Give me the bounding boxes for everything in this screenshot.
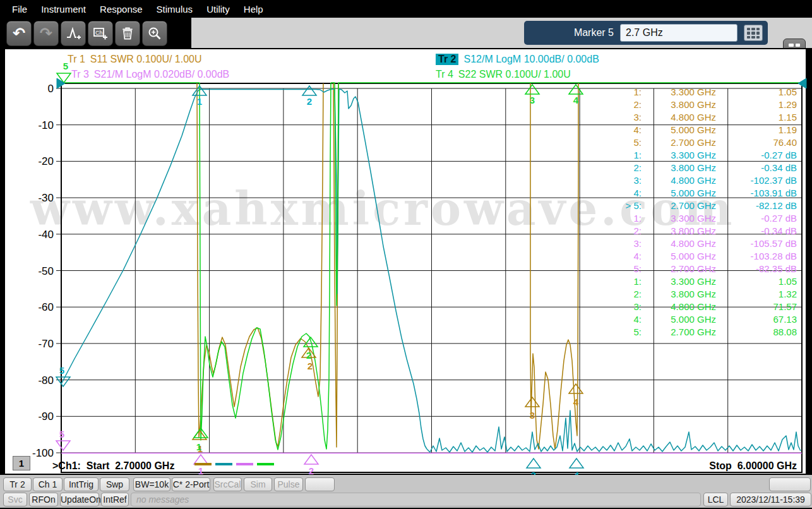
status-pulse: Pulse bbox=[274, 477, 303, 491]
marker-value: -103.28 dB bbox=[716, 250, 797, 263]
marker-number: > 5: bbox=[600, 200, 642, 212]
marker-frequency: 5.000 GHz bbox=[642, 313, 716, 326]
marker-frequency: 3.800 GHz bbox=[642, 225, 716, 237]
sweep-start-label: >Ch1: Start 2.70000 GHz bbox=[52, 460, 174, 472]
marker-row: 5:2.700 GHz88.08 bbox=[600, 326, 797, 338]
trace-label-row-3: Tr 3S21/M LogM 0.020dB/ 0.00dB bbox=[71, 69, 229, 80]
marker-number: 4: bbox=[600, 124, 642, 136]
marker-row: 3:4.800 GHz-105.57 dB bbox=[600, 237, 797, 250]
status-bar: Tr 2Ch 1IntTrigSwpBW=10kC* 2-PortSrcCalS… bbox=[0, 475, 812, 508]
legend-dash-green bbox=[257, 463, 274, 465]
marker-row: 2:3.800 GHz1.32 bbox=[600, 288, 797, 301]
marker-number: 2: bbox=[600, 225, 642, 237]
marker-value: 71.57 bbox=[716, 301, 797, 313]
status-ch-1[interactable]: Ch 1 bbox=[33, 477, 63, 491]
marker-frequency: 3.800 GHz bbox=[642, 99, 716, 111]
menu-help[interactable]: Help bbox=[238, 3, 269, 16]
trace-id-4[interactable]: Tr 4 bbox=[436, 69, 453, 80]
marker-value: 88.08 bbox=[716, 326, 797, 338]
marker-value: -0.27 dB bbox=[716, 212, 797, 225]
marker-value: 1.29 bbox=[716, 99, 797, 111]
status-rfon[interactable]: RFOn bbox=[29, 493, 58, 506]
marker-frequency: 2.700 GHz bbox=[642, 263, 716, 275]
status-swp[interactable]: Swp bbox=[100, 477, 129, 491]
marker-row: 3:4.800 GHz1.15 bbox=[600, 111, 797, 124]
status-tr-2[interactable]: Tr 2 bbox=[3, 477, 32, 491]
status-intref[interactable]: IntRef bbox=[101, 493, 129, 506]
marker-row: 2:3.800 GHz-0.34 dB bbox=[600, 225, 797, 237]
status-lcl[interactable]: LCL bbox=[703, 493, 728, 506]
marker-row: > 5:2.700 GHz-82.12 dB bbox=[600, 200, 797, 212]
trace-id-3[interactable]: Tr 3 bbox=[71, 69, 89, 80]
zoom-in-button[interactable] bbox=[142, 21, 167, 46]
trace-label-row-2: Tr 2S12/M LogM 10.00dB/ 0.00dB bbox=[436, 54, 599, 65]
marker-row: 1:3.300 GHz-0.27 dB bbox=[600, 149, 797, 162]
marker-label: Marker 5 bbox=[574, 27, 614, 39]
marker-row: 4:5.000 GHz-103.28 dB bbox=[600, 250, 797, 263]
menu-response[interactable]: Response bbox=[94, 3, 148, 16]
marker-value: 1.19 bbox=[716, 124, 797, 136]
marker-number: 5: bbox=[600, 263, 642, 275]
marker-value: 1.15 bbox=[716, 111, 797, 124]
keypad-icon[interactable] bbox=[744, 25, 763, 41]
marker-frequency: 4.800 GHz bbox=[642, 301, 716, 313]
marker-number: 1: bbox=[600, 149, 642, 162]
marker-number: 3: bbox=[600, 237, 642, 250]
trace-params-3: S21/M LogM 0.020dB/ 0.00dB bbox=[94, 69, 229, 80]
menu-instrument[interactable]: Instrument bbox=[35, 3, 92, 16]
marker-frequency: 3.300 GHz bbox=[642, 86, 716, 99]
marker-number: 5: bbox=[600, 326, 642, 338]
marker-number: 4: bbox=[600, 250, 642, 263]
marker-row: 3:4.800 GHz71.57 bbox=[600, 301, 797, 313]
marker-value: 1.05 bbox=[716, 86, 797, 99]
marker-frequency: 4.800 GHz bbox=[642, 111, 716, 124]
marker-value: -0.34 dB bbox=[716, 225, 797, 237]
trace-label-row-1: Tr 1S11 SWR 0.100U/ 1.00U bbox=[68, 54, 202, 65]
status-inttrig[interactable]: IntTrig bbox=[64, 477, 99, 491]
marker-frequency: 2.700 GHz bbox=[642, 326, 716, 338]
marker-row: 2:3.800 GHz-0.34 dB bbox=[600, 162, 797, 174]
marker-row: 1:3.300 GHz1.05 bbox=[600, 275, 797, 288]
marker-number: 1: bbox=[600, 212, 642, 225]
status-updateon[interactable]: UpdateOn bbox=[60, 493, 99, 506]
marker-frequency: 5.000 GHz bbox=[642, 124, 716, 136]
marker-frequency: 3.800 GHz bbox=[642, 288, 716, 301]
menu-bar: FileInstrumentResponseStimulusUtilityHel… bbox=[0, 0, 812, 18]
menu-file[interactable]: File bbox=[6, 3, 33, 16]
status-bw-10k[interactable]: BW=10k bbox=[133, 477, 170, 491]
status-2023-12-11-15-39[interactable]: 2023/12/11-15:39 bbox=[730, 493, 811, 506]
status-c-2-port[interactable]: C* 2-Port bbox=[172, 477, 210, 491]
menu-stimulus[interactable]: Stimulus bbox=[151, 3, 199, 16]
trace-params-4: S22 SWR 0.100U/ 1.00U bbox=[458, 69, 571, 80]
status-blank bbox=[305, 477, 335, 491]
channel-badge: 1 bbox=[13, 456, 30, 470]
add-peak-button[interactable] bbox=[61, 21, 86, 46]
marker-frequency-input[interactable] bbox=[620, 24, 737, 42]
trace-id-1[interactable]: Tr 1 bbox=[68, 54, 85, 64]
marker-value: 76.40 bbox=[716, 136, 797, 149]
svg-text:Ch: Ch bbox=[95, 30, 103, 36]
marker-row: 1:3.300 GHz1.05 bbox=[600, 86, 797, 99]
marker-number: 5: bbox=[600, 136, 642, 149]
add-channel-button[interactable]: Ch bbox=[88, 21, 113, 46]
undo-button[interactable]: ↶ bbox=[6, 21, 32, 46]
marker-value: -0.27 dB bbox=[716, 149, 797, 162]
trace-id-2[interactable]: Tr 2 bbox=[436, 54, 458, 65]
delete-button[interactable] bbox=[115, 21, 140, 46]
marker-value: -82.12 dB bbox=[716, 200, 797, 212]
sweep-stop-label: Stop 6.00000 GHz bbox=[709, 460, 797, 472]
trace-params-1: S11 SWR 0.100U/ 1.00U bbox=[90, 54, 202, 64]
marker-frequency: 4.800 GHz bbox=[642, 174, 716, 187]
marker-number: 2: bbox=[600, 288, 642, 301]
marker-value: 1.05 bbox=[716, 275, 797, 288]
marker-number: 3: bbox=[600, 111, 642, 124]
marker-row: 5:2.700 GHz-82.35 dB bbox=[600, 263, 797, 275]
marker-value: -102.37 dB bbox=[716, 174, 797, 187]
marker-row: 3:4.800 GHz-102.37 dB bbox=[600, 174, 797, 187]
marker-number: 3: bbox=[600, 174, 642, 187]
marker-frequency: 3.800 GHz bbox=[642, 162, 716, 174]
marker-value: -105.57 dB bbox=[716, 237, 797, 250]
marker-value: -0.34 dB bbox=[716, 162, 797, 174]
menu-utility[interactable]: Utility bbox=[201, 3, 236, 16]
marker-value: -82.35 dB bbox=[716, 263, 797, 275]
